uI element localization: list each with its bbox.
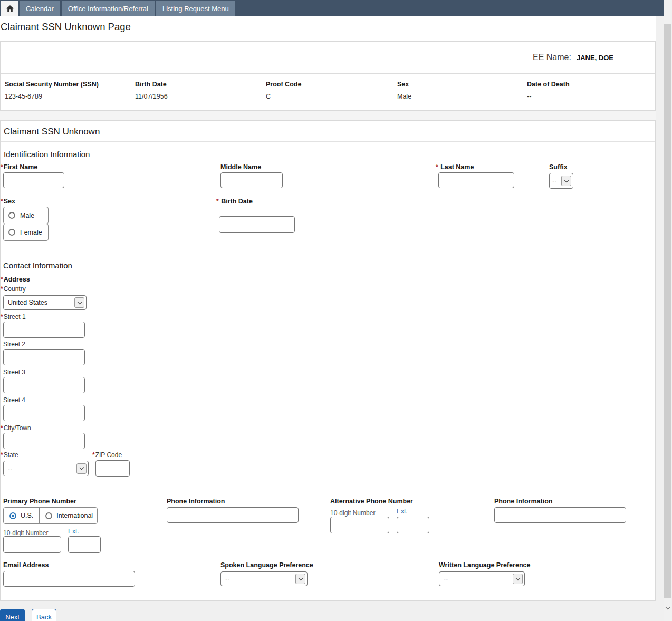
sex-option-female[interactable]: Female: [3, 224, 49, 241]
chevron-down-icon: [561, 176, 571, 186]
state-value: --: [8, 465, 12, 472]
city-town-input[interactable]: [3, 433, 85, 449]
summary-field-ssn: Social Security Number (SSN) 123-45-6789: [5, 81, 99, 100]
chevron-down-icon: [295, 574, 305, 584]
street2-input[interactable]: [3, 349, 85, 365]
radio-icon[interactable]: [8, 212, 15, 219]
chevron-down-icon: [76, 463, 87, 474]
required-marker: *: [1, 198, 3, 205]
summary-field-value: --: [527, 93, 570, 100]
country-label: *Country: [1, 285, 87, 293]
written-language-select[interactable]: --: [439, 571, 525, 586]
form-section-title: Claimant SSN Unknown: [4, 127, 100, 137]
state-select[interactable]: --: [3, 461, 89, 476]
summary-field-value: 11/07/1956: [135, 93, 168, 100]
first-name-field: *First Name: [1, 163, 64, 188]
ten-digit-number-label: 10-digit Number: [3, 529, 48, 537]
alternative-phone-info-field: Phone Information: [494, 498, 626, 523]
suffix-select[interactable]: --: [549, 173, 573, 189]
alternative-phone-label: Alternative Phone Number: [330, 498, 413, 506]
radio-icon[interactable]: [45, 512, 52, 519]
summary-card: EE Name: JANE, DOE Social Security Numbe…: [0, 41, 656, 111]
primary-ext-input[interactable]: [68, 536, 101, 553]
chevron-down-icon: [74, 297, 84, 308]
top-navbar: Calendar Office Information/Referral Lis…: [0, 0, 664, 16]
form-card: Claimant SSN Unknown Identification Info…: [0, 120, 656, 601]
ext-label: Ext.: [68, 528, 79, 535]
nav-tab-office-information-referral[interactable]: Office Information/Referral: [62, 1, 155, 16]
sex-option-male[interactable]: Male: [3, 207, 49, 224]
contact-heading: Contact Information: [3, 261, 72, 270]
summary-field-value: 123-45-6789: [5, 93, 99, 100]
suffix-label: Suffix: [549, 163, 573, 171]
phone-type-radio-group: U.S. International: [3, 507, 98, 524]
required-marker: *: [436, 163, 438, 171]
radio-selected-icon[interactable]: [9, 512, 16, 519]
zip-code-label: *ZIP Code: [92, 451, 130, 459]
phone-type-international[interactable]: International: [39, 508, 99, 523]
required-marker: *: [216, 198, 219, 205]
sex-option-label: Female: [20, 229, 42, 236]
alternative-number-input[interactable]: [330, 517, 389, 533]
summary-field-value: Male: [397, 93, 411, 100]
address-label: *Address: [1, 276, 30, 284]
first-name-input[interactable]: [3, 172, 64, 188]
written-language-field: Written Language Preference --: [439, 561, 530, 586]
next-button[interactable]: Next: [0, 609, 25, 621]
primary-number-input[interactable]: [3, 536, 61, 553]
summary-fields-row: Social Security Number (SSN) 123-45-6789…: [1, 74, 655, 110]
radio-icon[interactable]: [8, 229, 15, 236]
street1-label: *Street 1: [1, 313, 85, 321]
written-language-value: --: [444, 575, 448, 583]
scrollbar-track[interactable]: [664, 0, 672, 621]
primary-phone-info-input[interactable]: [167, 507, 299, 523]
spoken-language-select[interactable]: --: [220, 571, 308, 586]
sex-field: *Sex Male Female: [1, 198, 49, 241]
country-select[interactable]: United States: [3, 295, 87, 310]
primary-phone-field: Primary Phone Number U.S. International: [3, 498, 98, 524]
birth-date-label: * Birth Date: [216, 198, 295, 206]
phone-info-label: Phone Information: [167, 498, 299, 506]
phone-type-label: International: [56, 512, 93, 519]
zip-code-field: *ZIP Code: [92, 451, 130, 477]
back-button[interactable]: Back: [32, 609, 56, 621]
divider: [1, 490, 655, 490]
birth-date-field: * Birth Date: [216, 198, 295, 233]
country-value: United States: [8, 299, 47, 306]
street4-label: Street 4: [3, 396, 85, 404]
required-marker: *: [1, 313, 3, 321]
scrollbar-thumb[interactable]: [664, 24, 671, 598]
street4-input[interactable]: [3, 405, 85, 421]
spoken-language-value: --: [225, 575, 229, 583]
birth-date-input[interactable]: [219, 216, 295, 233]
phone-type-us[interactable]: U.S.: [4, 508, 39, 523]
alternative-phone-field: Alternative Phone Number 10-digit Number…: [330, 498, 413, 517]
middle-name-field: Middle Name: [220, 163, 283, 188]
card-gap: [0, 111, 656, 120]
scrollbar-down-button[interactable]: [665, 605, 670, 610]
primary-phone-info-field: Phone Information: [167, 498, 299, 523]
sex-option-label: Male: [20, 212, 34, 219]
street1-input[interactable]: [3, 322, 85, 338]
ee-name-row: EE Name: JANE, DOE: [1, 42, 655, 74]
nav-tab-label: Calendar: [26, 5, 54, 13]
state-label: *State: [1, 451, 89, 459]
summary-field-date-of-death: Date of Death --: [527, 81, 570, 100]
last-name-input[interactable]: [438, 172, 514, 188]
nav-tab-calendar[interactable]: Calendar: [20, 1, 60, 16]
email-input[interactable]: [3, 571, 135, 587]
nav-tab-listing-request-menu[interactable]: Listing Request Menu: [156, 1, 235, 16]
street3-field: Street 3: [1, 368, 85, 393]
middle-name-input[interactable]: [220, 172, 283, 188]
alternative-phone-info-input[interactable]: [494, 507, 626, 523]
street4-field: Street 4: [1, 396, 85, 421]
divider: [1, 141, 655, 142]
summary-field-label: Birth Date: [135, 81, 168, 88]
alternative-ext-input[interactable]: [397, 517, 429, 533]
required-marker: *: [1, 424, 3, 432]
state-field: *State --: [1, 451, 89, 476]
zip-code-input[interactable]: [95, 460, 130, 477]
street2-label: Street 2: [3, 341, 85, 348]
street3-input[interactable]: [3, 377, 85, 393]
nav-home-tab[interactable]: [1, 1, 18, 16]
